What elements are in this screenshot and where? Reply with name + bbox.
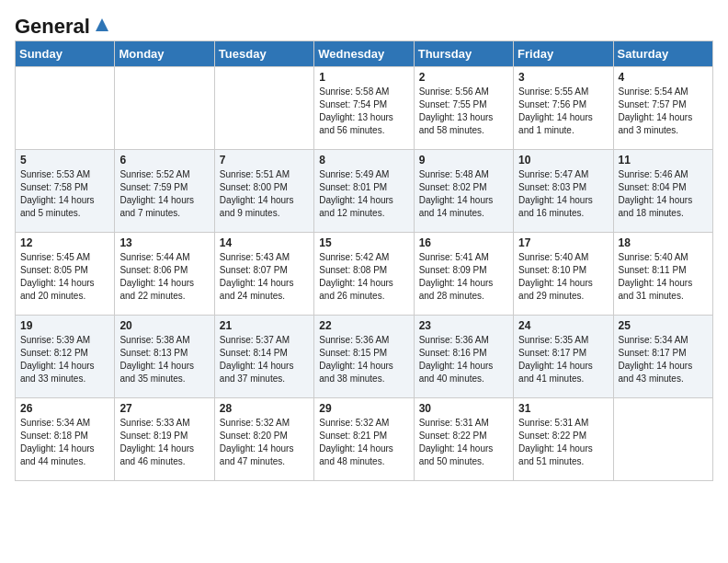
- calendar-cell: [214, 67, 313, 150]
- col-header-sunday: Sunday: [16, 41, 115, 67]
- logo-general: General: [15, 15, 90, 39]
- week-row-2: 5Sunrise: 5:53 AM Sunset: 7:58 PM Daylig…: [16, 150, 713, 233]
- calendar-cell: 31Sunrise: 5:31 AM Sunset: 8:22 PM Dayli…: [514, 398, 613, 481]
- day-number: 15: [319, 236, 408, 249]
- cell-info: Sunrise: 5:39 AM Sunset: 8:12 PM Dayligh…: [20, 334, 109, 385]
- day-number: 26: [20, 402, 109, 415]
- cell-info: Sunrise: 5:34 AM Sunset: 8:18 PM Dayligh…: [20, 417, 109, 468]
- calendar-cell: 6Sunrise: 5:52 AM Sunset: 7:59 PM Daylig…: [115, 150, 214, 233]
- day-number: 16: [419, 236, 508, 249]
- calendar-cell: 7Sunrise: 5:51 AM Sunset: 8:00 PM Daylig…: [214, 150, 313, 233]
- cell-info: Sunrise: 5:51 AM Sunset: 8:00 PM Dayligh…: [220, 168, 309, 220]
- week-row-5: 26Sunrise: 5:34 AM Sunset: 8:18 PM Dayli…: [16, 398, 713, 481]
- calendar-cell: 14Sunrise: 5:43 AM Sunset: 8:07 PM Dayli…: [214, 233, 313, 316]
- day-number: 6: [119, 154, 209, 167]
- cell-info: Sunrise: 5:38 AM Sunset: 8:13 PM Dayligh…: [119, 334, 209, 385]
- logo-triangle-icon: [92, 17, 112, 33]
- col-header-saturday: Saturday: [613, 41, 712, 67]
- calendar-cell: 12Sunrise: 5:45 AM Sunset: 8:05 PM Dayli…: [16, 233, 115, 316]
- cell-info: Sunrise: 5:31 AM Sunset: 8:22 PM Dayligh…: [419, 417, 508, 468]
- col-header-friday: Friday: [514, 41, 613, 67]
- day-number: 24: [518, 319, 608, 332]
- cell-info: Sunrise: 5:55 AM Sunset: 7:56 PM Dayligh…: [518, 86, 608, 137]
- day-number: 19: [20, 319, 109, 332]
- cell-info: Sunrise: 5:58 AM Sunset: 7:54 PM Dayligh…: [319, 86, 408, 137]
- cell-info: Sunrise: 5:43 AM Sunset: 8:07 PM Dayligh…: [220, 251, 309, 303]
- week-row-4: 19Sunrise: 5:39 AM Sunset: 8:12 PM Dayli…: [16, 316, 713, 398]
- cell-info: Sunrise: 5:52 AM Sunset: 7:59 PM Dayligh…: [119, 168, 209, 220]
- day-number: 2: [419, 71, 508, 84]
- cell-info: Sunrise: 5:40 AM Sunset: 8:10 PM Dayligh…: [518, 251, 608, 303]
- calendar-table: SundayMondayTuesdayWednesdayThursdayFrid…: [15, 40, 713, 481]
- calendar-cell: 26Sunrise: 5:34 AM Sunset: 8:18 PM Dayli…: [16, 398, 115, 481]
- calendar-cell: [115, 67, 214, 150]
- day-number: 7: [220, 154, 309, 167]
- col-header-thursday: Thursday: [414, 41, 513, 67]
- calendar-cell: 25Sunrise: 5:34 AM Sunset: 8:17 PM Dayli…: [613, 316, 712, 398]
- day-number: 9: [419, 154, 508, 167]
- calendar-cell: [16, 67, 115, 150]
- day-number: 30: [419, 402, 508, 415]
- calendar-cell: 3Sunrise: 5:55 AM Sunset: 7:56 PM Daylig…: [514, 67, 613, 150]
- cell-info: Sunrise: 5:31 AM Sunset: 8:22 PM Dayligh…: [518, 417, 608, 468]
- cell-info: Sunrise: 5:36 AM Sunset: 8:15 PM Dayligh…: [319, 334, 408, 385]
- header-row: SundayMondayTuesdayWednesdayThursdayFrid…: [16, 41, 713, 67]
- day-number: 29: [319, 402, 408, 415]
- calendar-cell: 11Sunrise: 5:46 AM Sunset: 8:04 PM Dayli…: [613, 150, 712, 233]
- calendar-cell: 30Sunrise: 5:31 AM Sunset: 8:22 PM Dayli…: [414, 398, 513, 481]
- day-number: 3: [518, 71, 608, 84]
- cell-info: Sunrise: 5:37 AM Sunset: 8:14 PM Dayligh…: [220, 334, 309, 385]
- calendar-cell: 9Sunrise: 5:48 AM Sunset: 8:02 PM Daylig…: [414, 150, 513, 233]
- day-number: 12: [20, 236, 109, 249]
- day-number: 23: [419, 319, 508, 332]
- calendar-cell: 5Sunrise: 5:53 AM Sunset: 7:58 PM Daylig…: [16, 150, 115, 233]
- cell-info: Sunrise: 5:36 AM Sunset: 8:16 PM Dayligh…: [419, 334, 508, 385]
- calendar-cell: 16Sunrise: 5:41 AM Sunset: 8:09 PM Dayli…: [414, 233, 513, 316]
- cell-info: Sunrise: 5:40 AM Sunset: 8:11 PM Dayligh…: [619, 251, 708, 303]
- day-number: 11: [619, 154, 708, 167]
- cell-info: Sunrise: 5:49 AM Sunset: 8:01 PM Dayligh…: [319, 168, 408, 220]
- calendar-cell: 28Sunrise: 5:32 AM Sunset: 8:20 PM Dayli…: [214, 398, 313, 481]
- week-row-3: 12Sunrise: 5:45 AM Sunset: 8:05 PM Dayli…: [16, 233, 713, 316]
- cell-info: Sunrise: 5:34 AM Sunset: 8:17 PM Dayligh…: [619, 334, 708, 385]
- cell-info: Sunrise: 5:41 AM Sunset: 8:09 PM Dayligh…: [419, 251, 508, 303]
- logo: General: [15, 15, 112, 33]
- cell-info: Sunrise: 5:33 AM Sunset: 8:19 PM Dayligh…: [119, 417, 209, 468]
- day-number: 22: [319, 319, 408, 332]
- calendar-cell: 4Sunrise: 5:54 AM Sunset: 7:57 PM Daylig…: [613, 67, 712, 150]
- calendar-cell: 10Sunrise: 5:47 AM Sunset: 8:03 PM Dayli…: [514, 150, 613, 233]
- day-number: 8: [319, 154, 408, 167]
- day-number: 18: [619, 236, 708, 249]
- week-row-1: 1Sunrise: 5:58 AM Sunset: 7:54 PM Daylig…: [16, 67, 713, 150]
- cell-info: Sunrise: 5:35 AM Sunset: 8:17 PM Dayligh…: [518, 334, 608, 385]
- day-number: 13: [119, 236, 209, 249]
- cell-info: Sunrise: 5:44 AM Sunset: 8:06 PM Dayligh…: [119, 251, 209, 303]
- calendar-cell: 23Sunrise: 5:36 AM Sunset: 8:16 PM Dayli…: [414, 316, 513, 398]
- calendar-cell: 19Sunrise: 5:39 AM Sunset: 8:12 PM Dayli…: [16, 316, 115, 398]
- col-header-wednesday: Wednesday: [314, 41, 414, 67]
- cell-info: Sunrise: 5:53 AM Sunset: 7:58 PM Dayligh…: [20, 168, 109, 220]
- day-number: 10: [518, 154, 608, 167]
- day-number: 17: [518, 236, 608, 249]
- day-number: 21: [220, 319, 309, 332]
- calendar-cell: 27Sunrise: 5:33 AM Sunset: 8:19 PM Dayli…: [115, 398, 214, 481]
- cell-info: Sunrise: 5:47 AM Sunset: 8:03 PM Dayligh…: [518, 168, 608, 220]
- day-number: 28: [220, 402, 309, 415]
- calendar-cell: 29Sunrise: 5:32 AM Sunset: 8:21 PM Dayli…: [314, 398, 414, 481]
- day-number: 27: [119, 402, 209, 415]
- col-header-tuesday: Tuesday: [214, 41, 313, 67]
- cell-info: Sunrise: 5:56 AM Sunset: 7:55 PM Dayligh…: [419, 86, 508, 137]
- cell-info: Sunrise: 5:45 AM Sunset: 8:05 PM Dayligh…: [20, 251, 109, 303]
- logo-line: General: [15, 15, 112, 39]
- calendar-cell: 22Sunrise: 5:36 AM Sunset: 8:15 PM Dayli…: [314, 316, 414, 398]
- svg-marker-0: [96, 18, 108, 31]
- col-header-monday: Monday: [115, 41, 214, 67]
- cell-info: Sunrise: 5:32 AM Sunset: 8:20 PM Dayligh…: [220, 417, 309, 468]
- calendar-cell: 21Sunrise: 5:37 AM Sunset: 8:14 PM Dayli…: [214, 316, 313, 398]
- calendar-cell: 8Sunrise: 5:49 AM Sunset: 8:01 PM Daylig…: [314, 150, 414, 233]
- calendar-cell: 15Sunrise: 5:42 AM Sunset: 8:08 PM Dayli…: [314, 233, 414, 316]
- day-number: 1: [319, 71, 408, 84]
- calendar-cell: 13Sunrise: 5:44 AM Sunset: 8:06 PM Dayli…: [115, 233, 214, 316]
- day-number: 4: [619, 71, 708, 84]
- calendar-cell: 17Sunrise: 5:40 AM Sunset: 8:10 PM Dayli…: [514, 233, 613, 316]
